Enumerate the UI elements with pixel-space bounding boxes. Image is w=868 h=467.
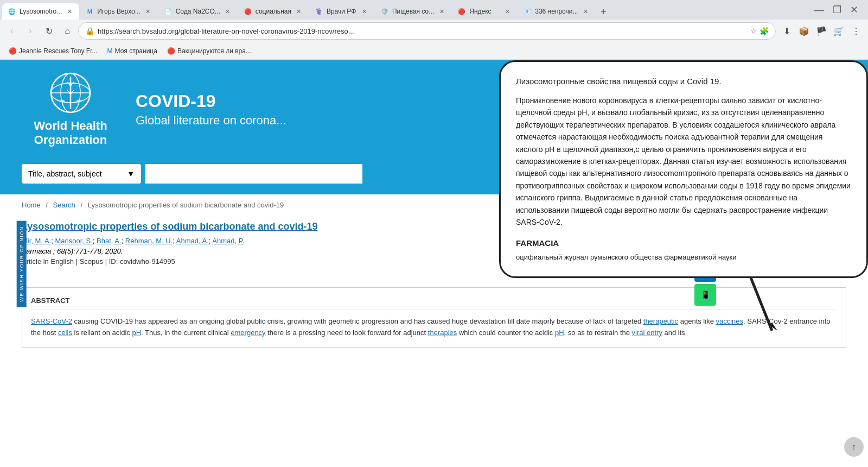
download-button[interactable]: ⬇ bbox=[779, 23, 794, 39]
browser-chrome: 🌐 Lysosomotro... ✕ М Игорь Верхо... ✕ 📄 … bbox=[0, 0, 868, 60]
popup-farmacia-title: FARMACIA bbox=[516, 237, 851, 250]
tab-favicon-5: ⚕️ bbox=[315, 7, 323, 16]
tab-title-6: Пищевая со... bbox=[392, 8, 434, 15]
tab-close-4[interactable]: ✕ bbox=[295, 7, 303, 16]
tab-favicon-2: М bbox=[85, 7, 94, 16]
tab-vrachi[interactable]: ⚕️ Врачи РФ ✕ bbox=[309, 3, 374, 20]
who-page-title: COVID-19 bbox=[136, 91, 286, 111]
extensions-button[interactable]: 📦 bbox=[796, 23, 812, 39]
close-button[interactable]: ✕ bbox=[847, 4, 861, 16]
bookmark-label-3: Вакцинируются ли вра... bbox=[177, 47, 251, 55]
who-emblem bbox=[49, 71, 92, 115]
dropdown-chevron-icon: ▼ bbox=[127, 169, 135, 178]
address-bar-row: ‹ › ↻ ⌂ 🔒 https://search.bvsalud.org/glo… bbox=[0, 20, 868, 42]
tab-close-6[interactable]: ✕ bbox=[437, 7, 446, 16]
tab-title-3: Сода Na2CO... bbox=[176, 8, 220, 15]
page-content: WE WISH YOUR OPINION bbox=[0, 60, 868, 467]
abstract-label: ABSTRACT bbox=[31, 296, 837, 310]
bookmark-favicon-2: М bbox=[107, 47, 113, 55]
bookmark-jeannie[interactable]: 🔴 Jeannie Rescues Tony Fr... bbox=[4, 45, 102, 58]
popup-text: Проникновение нового короновируса в клет… bbox=[516, 94, 851, 228]
breadcrumb-search-link[interactable]: Search bbox=[53, 201, 75, 209]
search-dropdown-label: Title, abstract, subject bbox=[28, 169, 102, 178]
bookmark-vaccines[interactable]: 🔴 Вакцинируются ли вра... bbox=[163, 45, 256, 58]
tab-title-5: Врачи РФ bbox=[327, 8, 357, 15]
bookmark-label-2: Моя страница bbox=[115, 47, 157, 55]
new-tab-button[interactable]: + bbox=[596, 4, 611, 20]
popup-title: Лизосомотропные свойства пищевой соды и … bbox=[516, 75, 851, 88]
tab-email[interactable]: 📧 336 непрочи... ✕ bbox=[518, 3, 595, 20]
bubble-arrow-svg bbox=[718, 276, 783, 331]
flag-icon: 🏴 bbox=[814, 23, 829, 39]
whatsapp-icon: 📱 bbox=[701, 291, 710, 299]
bookmark-mypage[interactable]: М Моя страница bbox=[103, 45, 162, 58]
security-icon: 🔒 bbox=[85, 27, 94, 35]
tab-yandex[interactable]: 🔴 Яндекс ✕ bbox=[452, 3, 517, 20]
window-controls: — ❐ ✕ bbox=[805, 0, 868, 20]
whatsapp-share-button[interactable]: 📱 bbox=[694, 284, 716, 306]
tab-title-4: социальная bbox=[256, 8, 291, 15]
tab-close-3[interactable]: ✕ bbox=[224, 7, 232, 16]
feedback-label: WE WISH YOUR OPINION bbox=[19, 226, 24, 301]
who-page: World Health Organization COVID-19 Globa… bbox=[0, 60, 868, 467]
tab-close-5[interactable]: ✕ bbox=[360, 7, 369, 16]
tab-favicon-6: 🛡️ bbox=[380, 7, 389, 16]
forward-button[interactable]: › bbox=[23, 23, 38, 39]
tab-favicon-8: 📧 bbox=[523, 7, 532, 16]
ph-link[interactable]: pH bbox=[132, 329, 141, 337]
tab-lysosomo[interactable]: 🌐 Lysosomotro... ✕ bbox=[2, 3, 79, 20]
emergency-link[interactable]: emergency bbox=[231, 329, 265, 337]
therapies-link[interactable]: therapies bbox=[428, 329, 457, 337]
address-bar-icons: ☆ 🧩 bbox=[750, 27, 769, 35]
viral-entry-link[interactable]: viral entry bbox=[632, 329, 662, 337]
search-input[interactable] bbox=[145, 164, 362, 184]
tab-pishevaya[interactable]: 🛡️ Пищевая со... ✕ bbox=[375, 3, 451, 20]
sars-cov2-link[interactable]: SARS-CoV-2 bbox=[31, 317, 72, 325]
tab-soda[interactable]: 📄 Сода Na2CO... ✕ bbox=[158, 3, 238, 20]
feedback-tab[interactable]: WE WISH YOUR OPINION bbox=[17, 220, 27, 307]
tab-bar: 🌐 Lysosomotro... ✕ М Игорь Верхо... ✕ 📄 … bbox=[0, 0, 868, 20]
tab-close-8[interactable]: ✕ bbox=[581, 7, 590, 16]
tab-favicon-7: 🔴 bbox=[457, 7, 466, 16]
tab-close-7[interactable]: ✕ bbox=[503, 7, 512, 16]
bookmark-star-icon[interactable]: ☆ bbox=[750, 27, 757, 35]
therapeutic-link[interactable]: therapeutic bbox=[643, 317, 678, 325]
tab-title-8: 336 непрочи... bbox=[535, 8, 578, 15]
minimize-button[interactable]: — bbox=[811, 4, 827, 16]
popup-bubble: Лизосомотропные свойства пищевой соды и … bbox=[499, 60, 868, 278]
reload-button[interactable]: ↻ bbox=[41, 23, 56, 39]
tab-favicon-1: 🌐 bbox=[8, 7, 16, 16]
extension-icon[interactable]: 🧩 bbox=[760, 27, 769, 35]
bookmark-favicon-1: 🔴 bbox=[9, 47, 17, 55]
cells-link[interactable]: cells bbox=[58, 329, 72, 337]
home-button[interactable]: ⌂ bbox=[60, 23, 75, 39]
scroll-top-icon: ↑ bbox=[852, 441, 857, 453]
tab-title-2: Игорь Верхо... bbox=[97, 8, 140, 15]
breadcrumb-home-link[interactable]: Home bbox=[22, 201, 41, 209]
tab-favicon-3: 📄 bbox=[164, 7, 173, 16]
popup-farmacia-sub: оцифиальный журнал румынского общества ф… bbox=[516, 252, 851, 263]
tab-title-7: Яндекс bbox=[469, 8, 500, 15]
address-bar[interactable]: 🔒 https://search.bvsalud.org/global-lite… bbox=[78, 22, 776, 40]
breadcrumb-sep-2: / bbox=[80, 201, 82, 209]
toolbar-right: ⬇ 📦 🏴 🛒 ⋮ bbox=[779, 23, 864, 39]
back-button[interactable]: ‹ bbox=[4, 23, 20, 39]
abstract-text: SARS-CoV-2 causing COVID-19 has appeared… bbox=[31, 316, 837, 339]
who-org-name: World Health Organization bbox=[34, 119, 107, 148]
who-right: COVID-19 Global literature on corona... bbox=[136, 91, 286, 128]
search-dropdown[interactable]: Title, abstract, subject ▼ bbox=[22, 164, 141, 184]
tab-title-1: Lysosomotro... bbox=[20, 8, 62, 15]
tab-igor[interactable]: М Игорь Верхо... ✕ bbox=[80, 3, 157, 20]
scroll-top-button[interactable]: ↑ bbox=[844, 437, 864, 457]
who-page-subtitle: Global literature on corona... bbox=[136, 113, 286, 128]
breadcrumb-current: Lysosomotropic properties of sodium bica… bbox=[88, 201, 284, 209]
restore-button[interactable]: ❐ bbox=[829, 4, 845, 16]
ph2-link[interactable]: pH bbox=[555, 329, 564, 337]
tab-close-1[interactable]: ✕ bbox=[65, 7, 74, 16]
tab-social[interactable]: 🔴 социальная ✕ bbox=[238, 3, 309, 20]
who-logo-area: World Health Organization bbox=[22, 71, 119, 148]
tab-close-2[interactable]: ✕ bbox=[144, 7, 152, 16]
menu-button[interactable]: ⋮ bbox=[848, 23, 864, 39]
cart-icon[interactable]: 🛒 bbox=[831, 23, 846, 39]
bookmark-label-1: Jeannie Rescues Tony Fr... bbox=[19, 47, 98, 55]
